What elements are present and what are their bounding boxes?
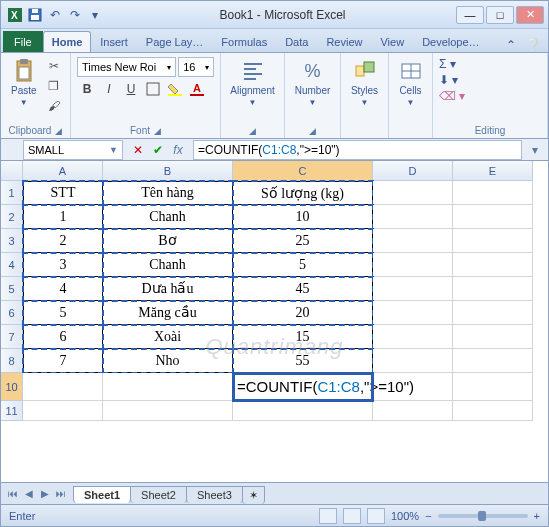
sheet-tab-3[interactable]: Sheet3 — [186, 486, 243, 503]
styles-button[interactable]: Styles ▼ — [347, 57, 382, 109]
formula-bar[interactable]: =COUNTIF(C1:C8,">=10") — [193, 140, 522, 160]
cell-C10[interactable]: =COUNTIF(C1:C8,">=10") — [233, 373, 373, 401]
row-header-10[interactable]: 10 — [1, 373, 23, 401]
col-header-C[interactable]: C — [233, 161, 373, 181]
cell-D8[interactable] — [373, 349, 453, 373]
view-pagebreak-icon[interactable] — [367, 508, 385, 524]
tab-page-layout[interactable]: Page Lay… — [137, 31, 212, 52]
font-name-combo[interactable]: Times New Roi▾ — [77, 57, 176, 77]
row-header-11[interactable]: 11 — [1, 401, 23, 421]
name-box[interactable]: SMALL ▼ — [23, 140, 123, 160]
cancel-icon[interactable]: ✕ — [129, 141, 147, 159]
format-painter-icon[interactable]: 🖌 — [45, 97, 63, 115]
view-normal-icon[interactable] — [319, 508, 337, 524]
zoom-level[interactable]: 100% — [391, 510, 419, 522]
cell-E4[interactable] — [453, 253, 533, 277]
cell-D6[interactable] — [373, 301, 453, 325]
cell-B3[interactable]: Bơ — [103, 229, 233, 253]
prev-sheet-icon[interactable]: ◀ — [21, 486, 37, 502]
row-header-6[interactable]: 6 — [1, 301, 23, 325]
sheet-tab-1[interactable]: Sheet1 — [73, 486, 131, 503]
cell-C2[interactable]: 10 — [233, 205, 373, 229]
cell-C11[interactable] — [233, 401, 373, 421]
tab-file[interactable]: File — [3, 31, 43, 52]
cell-B7[interactable]: Xoài — [103, 325, 233, 349]
col-header-D[interactable]: D — [373, 161, 453, 181]
next-sheet-icon[interactable]: ▶ — [37, 486, 53, 502]
row-header-1[interactable]: 1 — [1, 181, 23, 205]
cell-A1[interactable]: STT — [23, 181, 103, 205]
help-icon[interactable]: ❔ — [526, 38, 540, 52]
cell-E2[interactable] — [453, 205, 533, 229]
underline-button[interactable]: U — [121, 79, 141, 99]
cut-icon[interactable]: ✂ — [45, 57, 63, 75]
cell-B4[interactable]: Chanh — [103, 253, 233, 277]
cell-E3[interactable] — [453, 229, 533, 253]
sheet-tab-2[interactable]: Sheet2 — [130, 486, 187, 503]
cell-C6[interactable]: 20 — [233, 301, 373, 325]
fx-icon[interactable]: fx — [169, 141, 187, 159]
cell-E6[interactable] — [453, 301, 533, 325]
cell-B2[interactable]: Chanh — [103, 205, 233, 229]
row-header-2[interactable]: 2 — [1, 205, 23, 229]
cell-B1[interactable]: Tên hàng — [103, 181, 233, 205]
tab-developer[interactable]: Develope… — [413, 31, 488, 52]
cell-A10[interactable] — [23, 373, 103, 401]
cells-button[interactable]: Cells ▼ — [395, 57, 426, 109]
cell-A5[interactable]: 4 — [23, 277, 103, 301]
minimize-button[interactable]: — — [456, 6, 484, 24]
cell-A6[interactable]: 5 — [23, 301, 103, 325]
row-header-3[interactable]: 3 — [1, 229, 23, 253]
cell-D5[interactable] — [373, 277, 453, 301]
zoom-thumb[interactable] — [478, 511, 486, 521]
row-header-5[interactable]: 5 — [1, 277, 23, 301]
cell-D2[interactable] — [373, 205, 453, 229]
cell-D11[interactable] — [373, 401, 453, 421]
cell-C7[interactable]: 15 — [233, 325, 373, 349]
cell-C3[interactable]: 25 — [233, 229, 373, 253]
tab-home[interactable]: Home — [43, 31, 92, 52]
save-icon[interactable] — [27, 7, 43, 23]
font-color-button[interactable]: A — [187, 79, 207, 99]
dialog-launcher-icon[interactable]: ◢ — [55, 126, 62, 136]
cell-B5[interactable]: Dưa hấu — [103, 277, 233, 301]
qat-customize-icon[interactable]: ▾ — [87, 7, 103, 23]
number-button[interactable]: % Number ▼ — [291, 57, 334, 109]
clear-icon[interactable]: ⌫ ▾ — [439, 89, 465, 103]
first-sheet-icon[interactable]: ⏮ — [5, 486, 21, 502]
italic-button[interactable]: I — [99, 79, 119, 99]
enter-icon[interactable]: ✔ — [149, 141, 167, 159]
tab-formulas[interactable]: Formulas — [212, 31, 276, 52]
cell-D1[interactable] — [373, 181, 453, 205]
alignment-button[interactable]: Alignment ▼ — [227, 57, 278, 109]
cell-E10[interactable] — [453, 373, 533, 401]
expand-formula-icon[interactable]: ▾ — [526, 141, 544, 159]
tab-review[interactable]: Review — [317, 31, 371, 52]
cell-D3[interactable] — [373, 229, 453, 253]
row-header-4[interactable]: 4 — [1, 253, 23, 277]
cell-B6[interactable]: Măng cầu — [103, 301, 233, 325]
zoom-in-icon[interactable]: + — [534, 510, 540, 522]
cell-E7[interactable] — [453, 325, 533, 349]
tab-data[interactable]: Data — [276, 31, 317, 52]
zoom-slider[interactable] — [438, 514, 528, 518]
cell-A4[interactable]: 3 — [23, 253, 103, 277]
border-button[interactable] — [143, 79, 163, 99]
bold-button[interactable]: B — [77, 79, 97, 99]
cell-A8[interactable]: 7 — [23, 349, 103, 373]
select-all-corner[interactable] — [1, 161, 23, 181]
cell-A11[interactable] — [23, 401, 103, 421]
copy-icon[interactable]: ❐ — [45, 77, 63, 95]
row-header-8[interactable]: 8 — [1, 349, 23, 373]
undo-icon[interactable]: ↶ — [47, 7, 63, 23]
cell-E11[interactable] — [453, 401, 533, 421]
redo-icon[interactable]: ↷ — [67, 7, 83, 23]
cell-C4[interactable]: 5 — [233, 253, 373, 277]
cell-D7[interactable] — [373, 325, 453, 349]
cell-E8[interactable] — [453, 349, 533, 373]
new-sheet-icon[interactable]: ✶ — [242, 486, 265, 504]
view-layout-icon[interactable] — [343, 508, 361, 524]
fill-icon[interactable]: ⬇ ▾ — [439, 73, 458, 87]
last-sheet-icon[interactable]: ⏭ — [53, 486, 69, 502]
cell-D4[interactable] — [373, 253, 453, 277]
